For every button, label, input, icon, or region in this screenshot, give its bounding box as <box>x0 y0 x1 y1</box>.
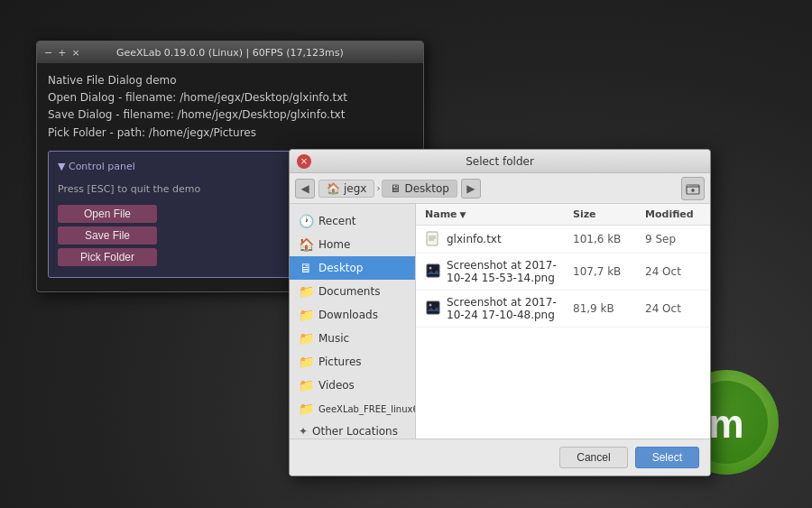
sidebar-item-recent-label: Recent <box>318 215 355 227</box>
forward-button[interactable]: ▶ <box>461 179 481 199</box>
file-size: 81,9 kB <box>566 300 638 317</box>
svg-rect-10 <box>427 264 439 277</box>
file-date: 24 Oct <box>638 300 710 317</box>
column-modified-label: Modified <box>645 208 694 220</box>
create-folder-button[interactable] <box>681 177 705 200</box>
desktop-icon: 🖥 <box>390 182 401 195</box>
text-file-icon <box>425 231 441 247</box>
breadcrumb-desktop-label: Desktop <box>404 182 449 195</box>
file-name: Screenshot at 2017-10-24 15-53-14.png <box>447 259 557 284</box>
dialog-title: Select folder <box>311 155 688 168</box>
dialog-titlebar: × Select folder <box>290 150 710 173</box>
table-row[interactable]: Screenshot at 2017-10-24 17-10-48.png 81… <box>416 291 710 328</box>
column-name[interactable]: Name ▼ <box>416 204 566 225</box>
home-nav-icon: 🏠 <box>299 237 313 252</box>
file-size: 101,6 kB <box>566 231 638 247</box>
documents-icon: 📁 <box>299 284 313 299</box>
column-modified[interactable]: Modified <box>638 204 710 225</box>
back-button[interactable]: ◀ <box>295 179 315 199</box>
image-file-icon <box>425 263 441 280</box>
file-name: Screenshot at 2017-10-24 17-10-48.png <box>447 296 557 321</box>
new-folder-icon <box>686 181 700 196</box>
sidebar-item-recent[interactable]: 🕐 Recent <box>290 209 415 233</box>
dialog-close-button[interactable]: × <box>297 154 311 169</box>
save-file-button[interactable]: Save File <box>58 226 157 245</box>
pick-folder-button[interactable]: Pick Folder <box>58 248 157 266</box>
sidebar-item-documents[interactable]: 📁 Documents <box>290 280 415 303</box>
sidebar-item-desktop-label: Desktop <box>318 262 364 274</box>
terminal-line-2: Open Dialog - filename: /home/jegx/Deskt… <box>48 89 412 106</box>
maximize-button[interactable]: + <box>58 47 66 59</box>
column-size-label: Size <box>573 208 596 220</box>
close-button[interactable]: × <box>71 47 79 59</box>
desktop-nav-icon: 🖥 <box>299 261 313 275</box>
dialog-footer: Cancel Select <box>290 439 710 476</box>
sidebar-item-downloads-label: Downloads <box>318 309 378 321</box>
sidebar-item-home[interactable]: 🏠 Home <box>290 233 415 256</box>
dialog-content: 🕐 Recent 🏠 Home 🖥 Desktop 📁 Documents 📁 … <box>290 204 710 439</box>
control-panel-title: ▼ Control panel <box>58 159 135 175</box>
open-file-button[interactable]: Open File <box>58 205 157 223</box>
sidebar-item-other-locations[interactable]: ✦ Other Locations <box>290 420 415 439</box>
breadcrumb-desktop[interactable]: 🖥 Desktop <box>382 180 457 198</box>
file-list-header: Name ▼ Size Modified <box>416 204 710 226</box>
svg-text:m: m <box>708 402 743 446</box>
sidebar-item-videos-label: Videos <box>318 379 355 392</box>
sidebar-item-pictures[interactable]: 📁 Pictures <box>290 350 415 374</box>
sidebar-item-home-label: Home <box>318 238 350 251</box>
terminal-line-4: Pick Folder - path: /home/jegx/Pictures <box>48 125 412 142</box>
breadcrumb: 🏠 jegx › 🖥 Desktop <box>318 180 457 198</box>
file-name-cell: Screenshot at 2017-10-24 17-10-48.png <box>416 294 566 323</box>
geexlab-icon: 📁 <box>299 402 313 416</box>
breadcrumb-home-label: jegx <box>344 182 366 195</box>
recent-icon: 🕐 <box>299 214 313 228</box>
svg-point-11 <box>429 267 432 270</box>
breadcrumb-home[interactable]: 🏠 jegx <box>318 180 374 198</box>
sidebar-item-documents-label: Documents <box>318 285 380 298</box>
pictures-icon: 📁 <box>299 355 313 369</box>
sidebar-item-videos[interactable]: 📁 Videos <box>290 374 415 397</box>
column-name-label: Name <box>425 208 457 220</box>
terminal-titlebar: − + × GeeXLab 0.19.0.0 (Linux) | 60FPS (… <box>37 42 423 63</box>
breadcrumb-separator: › <box>376 183 380 193</box>
terminal-line-1: Native File Dialog demo <box>48 72 412 89</box>
sidebar-item-downloads[interactable]: 📁 Downloads <box>290 303 415 327</box>
file-name-cell: glxinfo.txt <box>416 229 566 249</box>
other-locations-icon: ✦ <box>299 425 308 438</box>
select-button[interactable]: Select <box>635 447 699 468</box>
sidebar-item-pictures-label: Pictures <box>318 356 362 368</box>
sidebar-item-music[interactable]: 📁 Music <box>290 327 415 350</box>
sidebar-item-music-label: Music <box>318 332 349 345</box>
sidebar-item-geexlab[interactable]: 📁 GeeXLab_FREE_linux64 <box>290 397 415 420</box>
sidebar-item-other-locations-label: Other Locations <box>312 425 398 438</box>
svg-rect-13 <box>427 301 439 314</box>
sidebar-item-geexlab-label: GeeXLab_FREE_linux64 <box>318 404 416 414</box>
dialog-toolbar: ◀ 🏠 jegx › 🖥 Desktop ▶ <box>290 173 710 204</box>
cancel-button[interactable]: Cancel <box>559 447 627 468</box>
sidebar-item-desktop[interactable]: 🖥 Desktop <box>290 256 415 280</box>
toolbar-right <box>681 177 705 200</box>
file-date: 9 Sep <box>638 231 710 247</box>
file-name-cell: Screenshot at 2017-10-24 15-53-14.png <box>416 257 566 286</box>
file-size: 107,7 kB <box>566 263 638 280</box>
terminal-title: GeeXLab 0.19.0.0 (Linux) | 60FPS (17,123… <box>80 47 380 59</box>
table-row[interactable]: glxinfo.txt 101,6 kB 9 Sep <box>416 226 710 254</box>
table-row[interactable]: Screenshot at 2017-10-24 15-53-14.png 10… <box>416 254 710 291</box>
music-icon: 📁 <box>299 331 313 346</box>
terminal-window-controls[interactable]: − + × <box>44 47 80 59</box>
terminal-line-3: Save Dialog - filename: /home/jegx/Deskt… <box>48 106 412 124</box>
image-file-icon-2 <box>425 300 441 317</box>
home-icon: 🏠 <box>327 182 340 195</box>
file-dialog: × Select folder ◀ 🏠 jegx › 🖥 Desktop ▶ <box>289 149 711 476</box>
file-list-container: Name ▼ Size Modified <box>416 204 710 439</box>
column-size[interactable]: Size <box>566 204 638 225</box>
videos-icon: 📁 <box>299 378 313 393</box>
minimize-button[interactable]: − <box>44 47 52 59</box>
file-date: 24 Oct <box>638 263 710 280</box>
sort-arrow-icon: ▼ <box>460 210 466 219</box>
downloads-icon: 📁 <box>299 308 313 322</box>
dialog-sidebar: 🕐 Recent 🏠 Home 🖥 Desktop 📁 Documents 📁 … <box>290 204 416 439</box>
file-name: glxinfo.txt <box>447 233 502 245</box>
svg-point-14 <box>429 304 432 307</box>
